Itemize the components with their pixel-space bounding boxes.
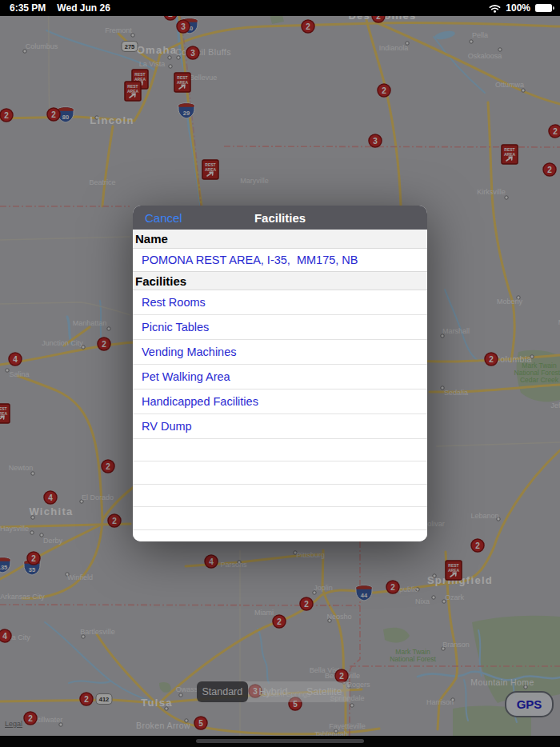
cluster-marker[interactable]: 2 xyxy=(302,20,314,33)
rest-area-icon[interactable]: RESTAREA xyxy=(125,82,141,101)
area-label: Mark TwainNational Forest xyxy=(390,648,436,663)
cluster-marker[interactable]: 3 xyxy=(369,134,382,147)
svg-text:2: 2 xyxy=(31,554,36,563)
map-type-standard[interactable]: Standard xyxy=(197,681,248,702)
facility-row[interactable]: Handicapped Facilities xyxy=(133,389,427,414)
city-label: Manhattan xyxy=(73,319,107,327)
cluster-marker[interactable]: 2 xyxy=(24,712,37,725)
svg-text:AREA: AREA xyxy=(177,80,189,85)
rest-area-icon[interactable]: RESTAREA xyxy=(502,145,518,164)
city-dot xyxy=(168,56,171,59)
city-label: Tulsa xyxy=(141,697,173,709)
cluster-marker[interactable]: 3 xyxy=(177,20,190,33)
facility-row[interactable]: Vending Machines xyxy=(133,340,427,365)
svg-text:2: 2 xyxy=(4,111,9,120)
facilities-modal: Cancel Facilities Name POMONA REST AREA,… xyxy=(133,206,427,541)
svg-text:2: 2 xyxy=(489,355,494,364)
rest-area-icon[interactable]: RESTAREA xyxy=(0,404,10,423)
cluster-marker[interactable]: 2 xyxy=(300,597,313,610)
cluster-marker[interactable]: 2 xyxy=(102,460,114,473)
city-dot xyxy=(522,89,525,92)
cluster-marker[interactable]: 2 xyxy=(27,552,40,565)
cluster-marker[interactable]: 2 xyxy=(378,84,390,97)
svg-text:275: 275 xyxy=(125,43,135,50)
cluster-marker[interactable]: 2 xyxy=(0,109,13,122)
city-label: Ozark xyxy=(445,593,465,601)
city-dot xyxy=(169,65,172,68)
map-type-satellite[interactable]: Satellite xyxy=(298,681,350,702)
battery-percent: 100% xyxy=(506,2,530,14)
cluster-marker[interactable]: 4 xyxy=(44,491,57,504)
svg-text:80: 80 xyxy=(62,114,69,121)
svg-text:2: 2 xyxy=(306,22,310,31)
svg-text:2: 2 xyxy=(28,714,33,723)
cluster-marker[interactable]: 2 xyxy=(549,125,560,138)
svg-text:AREA: AREA xyxy=(0,411,7,416)
status-bar-left: 6:35 PM Wed Jun 26 xyxy=(0,2,110,14)
cancel-button[interactable]: Cancel xyxy=(145,211,182,225)
map-type-hybrid[interactable]: Hybrid xyxy=(248,681,299,702)
cluster-marker[interactable]: 5 xyxy=(194,717,207,729)
cluster-marker[interactable]: 4 xyxy=(205,555,218,568)
svg-text:2: 2 xyxy=(475,541,480,550)
svg-text:44: 44 xyxy=(361,592,368,599)
facility-row[interactable]: Picnic Tables xyxy=(133,315,427,340)
cluster-marker[interactable]: 4 xyxy=(9,353,22,366)
cluster-marker[interactable]: 3 xyxy=(186,46,199,59)
svg-text:2: 2 xyxy=(339,672,344,681)
rest-area-icon[interactable]: RESTAREA xyxy=(202,160,218,179)
legal-link[interactable]: Legal xyxy=(5,720,22,728)
svg-text:2: 2 xyxy=(102,340,106,349)
modal-header: Cancel Facilities xyxy=(133,206,427,230)
cluster-marker[interactable]: 2 xyxy=(47,108,60,121)
city-dot xyxy=(107,327,110,330)
city-label: Miami xyxy=(254,609,274,617)
rest-area-icon[interactable]: RESTAREA xyxy=(174,73,190,92)
gps-button[interactable]: GPS xyxy=(505,691,554,717)
svg-text:2: 2 xyxy=(390,583,395,592)
us-route-shield-icon: 275 xyxy=(122,42,138,52)
city-label: Winfield xyxy=(67,573,93,581)
rest-area-name-value[interactable]: POMONA REST AREA, I-35, MM175, NB xyxy=(133,249,427,272)
city-label: Wichita xyxy=(29,505,73,517)
cluster-marker[interactable]: 2 xyxy=(273,615,286,628)
cluster-marker[interactable]: 2 xyxy=(485,353,498,366)
cluster-marker[interactable]: 2 xyxy=(80,693,93,705)
city-label: Mountain Home xyxy=(470,677,534,687)
clock: 6:35 PM xyxy=(10,2,46,14)
name-section-header: Name xyxy=(133,230,427,249)
facility-row[interactable]: RV Dump xyxy=(133,414,427,439)
city-label: Maryville xyxy=(240,177,269,185)
city-label: Sedalia xyxy=(444,389,468,397)
facility-row[interactable]: Pet Walking Area xyxy=(133,365,427,389)
cluster-marker[interactable]: 2 xyxy=(471,539,484,552)
status-bar-right: 100% xyxy=(489,2,560,14)
cluster-marker[interactable]: 2 xyxy=(543,163,556,176)
status-bar: 6:35 PM Wed Jun 26 100% xyxy=(0,0,560,16)
cluster-marker[interactable]: 2 xyxy=(335,669,348,682)
facility-row[interactable]: Rest Rooms xyxy=(133,290,427,315)
empty-row xyxy=(133,485,427,507)
svg-text:135: 135 xyxy=(0,564,7,571)
cluster-marker[interactable]: 2 xyxy=(108,514,121,527)
city-label: Joplin xyxy=(314,584,333,592)
city-label: Council Bluffs xyxy=(175,47,231,57)
city-dot xyxy=(470,40,473,43)
svg-text:AREA: AREA xyxy=(205,167,217,172)
screen: FremontColumbusOmahaCouncil BluffsLa Vis… xyxy=(0,0,560,747)
cluster-marker[interactable]: 2 xyxy=(98,338,110,350)
rest-area-icon[interactable]: RESTAREA xyxy=(446,561,462,580)
city-label: Broken Arrow xyxy=(136,721,190,730)
svg-text:AREA: AREA xyxy=(127,89,139,94)
map-type-segmented-control[interactable]: StandardHybridSatellite xyxy=(197,681,350,702)
city-label: Beatrice xyxy=(89,178,115,186)
city-label: Moberly xyxy=(497,298,523,306)
city-label: Rogers xyxy=(346,681,370,689)
cluster-marker[interactable]: 2 xyxy=(386,581,399,593)
home-indicator[interactable] xyxy=(196,739,364,743)
city-label: Lebanon xyxy=(470,512,498,520)
city-dot xyxy=(505,196,508,199)
city-label: Jefferson City xyxy=(551,401,560,409)
svg-text:2: 2 xyxy=(51,110,56,119)
cluster-marker[interactable]: 4 xyxy=(0,629,11,642)
